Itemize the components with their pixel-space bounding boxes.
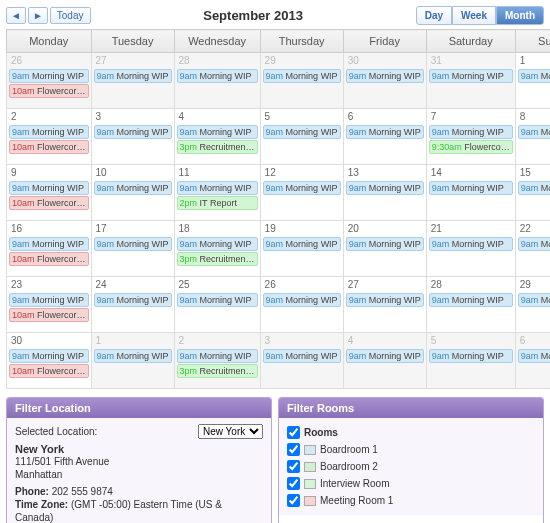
calendar-event[interactable]: 9:30am Flowerco… <box>429 140 513 154</box>
calendar-event[interactable]: 9am Morning WIP <box>429 293 513 307</box>
day-cell[interactable]: 229am Morning WIP <box>515 221 550 277</box>
calendar-event[interactable]: 9am Morning WIP <box>9 69 89 83</box>
day-cell[interactable]: 269am Morning WIP <box>260 277 343 333</box>
day-cell[interactable]: 169am Morning WIP10am Flowercor… <box>7 221 92 277</box>
day-cell[interactable]: 49am Morning WIP3pm Recruitmen… <box>174 109 260 165</box>
calendar-event[interactable]: 9am Morning WIP <box>429 349 513 363</box>
calendar-event[interactable]: 10am Flowercor… <box>9 196 89 210</box>
calendar-event[interactable]: 9am Morning WIP <box>346 125 424 139</box>
calendar-event[interactable]: 9am Morning WIP <box>9 237 89 251</box>
day-cell[interactable]: 299am Morning WIP <box>515 277 550 333</box>
calendar-event[interactable]: 9am Morning WIP <box>94 349 172 363</box>
calendar-event[interactable]: 3pm Recruitmen… <box>177 364 258 378</box>
day-cell[interactable]: 159am Morning WIP <box>515 165 550 221</box>
next-button[interactable]: ► <box>28 7 48 24</box>
day-cell[interactable]: 219am Morning WIP <box>426 221 515 277</box>
calendar-event[interactable]: 10am Flowercor… <box>9 364 89 378</box>
calendar-event[interactable]: 9am Morning WIP <box>177 349 258 363</box>
calendar-event[interactable]: 9am Morning WIP <box>263 237 341 251</box>
calendar-event[interactable]: 10am Flowercor… <box>9 140 89 154</box>
calendar-event[interactable]: 9am Morning WIP <box>9 293 89 307</box>
calendar-event[interactable]: 3pm Recruitmen… <box>177 140 258 154</box>
location-select[interactable]: New York <box>198 424 263 439</box>
day-cell[interactable]: 279am Morning WIP <box>343 277 426 333</box>
day-cell[interactable]: 129am Morning WIP <box>260 165 343 221</box>
room-checkbox[interactable] <box>287 443 300 456</box>
calendar-event[interactable]: 2pm IT Report <box>177 196 258 210</box>
day-cell[interactable]: 299am Morning WIP <box>260 53 343 109</box>
day-cell[interactable]: 59am Morning WIP <box>426 333 515 389</box>
day-cell[interactable]: 69am Morning WIP <box>343 109 426 165</box>
calendar-event[interactable]: 9am Morning WIP <box>346 181 424 195</box>
calendar-event[interactable]: 9am Morning WIP <box>94 237 172 251</box>
day-cell[interactable]: 239am Morning WIP10am Flowercor… <box>7 277 92 333</box>
day-cell[interactable]: 199am Morning WIP <box>260 221 343 277</box>
day-cell[interactable]: 309am Morning WIP10am Flowercor… <box>7 333 92 389</box>
day-cell[interactable]: 249am Morning WIP <box>91 277 174 333</box>
day-cell[interactable]: 29am Morning WIP10am Flowercor… <box>7 109 92 165</box>
calendar-event[interactable]: 9am Morning WIP <box>9 349 89 363</box>
day-cell[interactable]: 39am Morning WIP <box>260 333 343 389</box>
calendar-event[interactable]: 9am Morning WIP <box>263 181 341 195</box>
day-cell[interactable]: 149am Morning WIP <box>426 165 515 221</box>
day-cell[interactable]: 99am Morning WIP10am Flowercor… <box>7 165 92 221</box>
prev-button[interactable]: ◄ <box>6 7 26 24</box>
day-cell[interactable]: 319am Morning WIP <box>426 53 515 109</box>
calendar-event[interactable]: 9am Morning WIP <box>9 181 89 195</box>
calendar-event[interactable]: 9am Morning WIP <box>94 181 172 195</box>
calendar-event[interactable]: 9am Morning WIP <box>518 293 550 307</box>
day-cell[interactable]: 259am Morning WIP <box>174 277 260 333</box>
day-cell[interactable]: 119am Morning WIP2pm IT Report <box>174 165 260 221</box>
day-cell[interactable]: 19am Morning WIP <box>515 53 550 109</box>
calendar-event[interactable]: 9am Morning WIP <box>346 349 424 363</box>
calendar-event[interactable]: 9am Morning WIP <box>177 125 258 139</box>
room-checkbox[interactable] <box>287 494 300 507</box>
day-cell[interactable]: 79am Morning WIP9:30am Flowerco… <box>426 109 515 165</box>
today-button[interactable]: Today <box>50 7 91 24</box>
day-cell[interactable]: 19am Morning WIP <box>91 333 174 389</box>
calendar-event[interactable]: 9am Morning WIP <box>429 69 513 83</box>
day-cell[interactable]: 49am Morning WIP <box>343 333 426 389</box>
calendar-event[interactable]: 9am Morning WIP <box>263 293 341 307</box>
day-cell[interactable]: 309am Morning WIP <box>343 53 426 109</box>
calendar-event[interactable]: 9am Morning WIP <box>177 237 258 251</box>
calendar-event[interactable]: 9am Morning WIP <box>263 69 341 83</box>
calendar-event[interactable]: 9am Morning WIP <box>518 349 550 363</box>
day-cell[interactable]: 59am Morning WIP <box>260 109 343 165</box>
rooms-all-checkbox[interactable] <box>287 426 300 439</box>
day-cell[interactable]: 289am Morning WIP <box>174 53 260 109</box>
room-checkbox[interactable] <box>287 477 300 490</box>
calendar-event[interactable]: 9am Morning WIP <box>346 293 424 307</box>
calendar-event[interactable]: 9am Morning WIP <box>518 69 550 83</box>
calendar-event[interactable]: 9am Morning WIP <box>429 125 513 139</box>
calendar-event[interactable]: 9am Morning WIP <box>429 237 513 251</box>
day-cell[interactable]: 289am Morning WIP <box>426 277 515 333</box>
view-day-button[interactable]: Day <box>416 6 452 25</box>
calendar-event[interactable]: 9am Morning WIP <box>518 125 550 139</box>
calendar-event[interactable]: 9am Morning WIP <box>94 69 172 83</box>
day-cell[interactable]: 139am Morning WIP <box>343 165 426 221</box>
day-cell[interactable]: 179am Morning WIP <box>91 221 174 277</box>
calendar-event[interactable]: 9am Morning WIP <box>518 181 550 195</box>
calendar-event[interactable]: 9am Morning WIP <box>263 349 341 363</box>
calendar-event[interactable]: 9am Morning WIP <box>9 125 89 139</box>
day-cell[interactable]: 29am Morning WIP3pm Recruitmen… <box>174 333 260 389</box>
calendar-event[interactable]: 10am Flowercor… <box>9 252 89 266</box>
calendar-event[interactable]: 9am Morning WIP <box>346 237 424 251</box>
calendar-event[interactable]: 10am Flowercor… <box>9 84 89 98</box>
calendar-event[interactable]: 9am Morning WIP <box>429 181 513 195</box>
view-week-button[interactable]: Week <box>452 6 496 25</box>
calendar-event[interactable]: 9am Morning WIP <box>518 237 550 251</box>
day-cell[interactable]: 279am Morning WIP <box>91 53 174 109</box>
day-cell[interactable]: 89am Morning WIP <box>515 109 550 165</box>
room-checkbox[interactable] <box>287 460 300 473</box>
calendar-event[interactable]: 9am Morning WIP <box>177 181 258 195</box>
day-cell[interactable]: 109am Morning WIP <box>91 165 174 221</box>
day-cell[interactable]: 39am Morning WIP <box>91 109 174 165</box>
calendar-event[interactable]: 9am Morning WIP <box>346 69 424 83</box>
calendar-event[interactable]: 9am Morning WIP <box>94 293 172 307</box>
calendar-event[interactable]: 9am Morning WIP <box>94 125 172 139</box>
calendar-event[interactable]: 10am Flowercor… <box>9 308 89 322</box>
calendar-event[interactable]: 9am Morning WIP <box>177 69 258 83</box>
day-cell[interactable]: 209am Morning WIP <box>343 221 426 277</box>
